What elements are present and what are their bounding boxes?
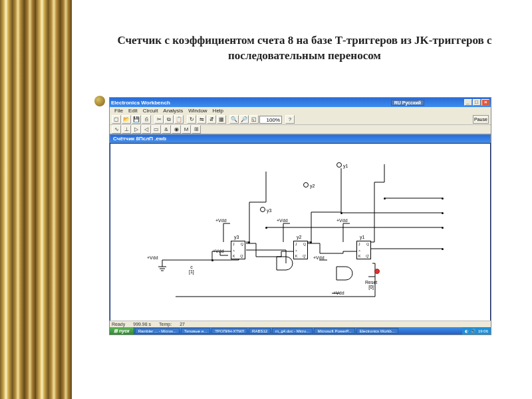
pause-button[interactable]: Pause	[473, 115, 489, 124]
menu-help[interactable]: Help	[211, 108, 225, 114]
bullet-icon	[94, 96, 105, 106]
minimize-button[interactable]: _	[464, 99, 472, 106]
status-temp: 27	[180, 322, 185, 327]
statusbar: Ready 999.98 s Temp: 27	[110, 321, 491, 327]
comp-diode-icon[interactable]: ▷	[132, 125, 141, 134]
toolbar-main: ▢ 📂 💾 ⎙ ✂ ⧉ 📋 ↻ ⇋ ⇵ ▦ 🔍 🔎 ◱ 100% ?	[110, 114, 491, 125]
zoom-out-icon[interactable]: 🔎	[239, 115, 249, 124]
zoom-field[interactable]: 100%	[259, 116, 282, 124]
new-icon[interactable]: ▢	[112, 115, 121, 124]
subcircuit-icon[interactable]: ▦	[217, 115, 226, 124]
comp-indicator-icon[interactable]: ◉	[172, 125, 181, 134]
maximize-button[interactable]: □	[473, 99, 481, 106]
y2-label: y2	[310, 184, 315, 188]
vdd-label-2: +Vdd	[277, 218, 288, 223]
y3-block-label: y3	[234, 235, 239, 239]
flip-v-icon[interactable]: ⇵	[207, 115, 216, 124]
paste-icon[interactable]: 📋	[174, 115, 184, 124]
menubar: File Edit Circuit Analysis Window Help	[110, 107, 491, 114]
jk-flipflop-2[interactable]: J Q > K Q'	[293, 241, 308, 259]
menu-edit[interactable]: Edit	[126, 108, 140, 114]
windows-logo-icon: ⊞	[114, 329, 118, 334]
status-ready: Ready	[112, 322, 125, 327]
clock: 19:06	[478, 329, 488, 333]
electronics-workbench-window: Electronics Workbench RU Русский _ □ × F…	[109, 97, 491, 335]
jk-flipflop-1[interactable]: J Q > K Q'	[356, 241, 371, 259]
comp-instrument-icon[interactable]: M	[182, 125, 191, 134]
comp-sources-icon[interactable]: ∿	[112, 125, 121, 134]
window-title: Electronics Workbench	[111, 100, 170, 106]
taskbar: ⊞ пуск Rambler ... - Micros... Типовые и…	[110, 327, 491, 334]
rotate-icon[interactable]: ↻	[187, 115, 196, 124]
gold-border	[0, 0, 72, 399]
status-temp-label: Temp:	[159, 322, 172, 327]
start-button[interactable]: ⊞ пуск	[110, 327, 134, 334]
taskbar-item[interactable]: RABS12	[249, 328, 271, 334]
taskbar-item[interactable]: Electronics Workb...	[356, 328, 398, 334]
language-indicator[interactable]: RU Русский	[391, 100, 424, 106]
jk-flipflop-3[interactable]: J Q > K Q'	[231, 241, 245, 259]
vdd-label-5: +Vdd	[313, 255, 325, 260]
copy-icon[interactable]: ⧉	[164, 115, 174, 124]
vdd-label-4: +Vdd	[213, 249, 224, 253]
probe-y3[interactable]	[260, 207, 265, 212]
document-titlebar[interactable]: Cчётчик 8ПслП .ewb	[110, 134, 491, 143]
vdd-label-6: +Vdd	[333, 291, 344, 295]
comp-basic-icon[interactable]: ⊥	[122, 125, 131, 134]
clock-label: c [1]	[189, 265, 194, 274]
titlebar[interactable]: Electronics Workbench RU Русский _ □ ×	[110, 98, 491, 107]
menu-analysis[interactable]: Analysis	[161, 108, 185, 114]
reset-label: Reset [0]	[365, 280, 377, 289]
comp-ic-icon[interactable]: ▭	[152, 125, 161, 134]
menu-circuit[interactable]: Circuit	[141, 108, 160, 114]
open-icon[interactable]: 📂	[122, 115, 131, 124]
close-button[interactable]: ×	[481, 99, 489, 106]
menu-file[interactable]: File	[112, 108, 125, 114]
comp-gates-icon[interactable]: &	[162, 125, 171, 134]
tray-icon[interactable]: ◐	[465, 329, 468, 333]
zoom-in-icon[interactable]: 🔍	[229, 115, 239, 124]
comp-transistor-icon[interactable]: ◁	[142, 125, 151, 134]
help-icon[interactable]: ?	[285, 115, 295, 124]
taskbar-item[interactable]: TPOПИН-ХТМЛ	[211, 328, 247, 334]
schematic-canvas[interactable]: J Q > K Q' J Q > K Q' J Q > K Q'	[110, 143, 491, 328]
probe-y1[interactable]	[336, 162, 342, 168]
y3-label: y3	[267, 208, 271, 213]
system-tray[interactable]: ◐ 🔊 19:06	[462, 327, 491, 334]
y1-block-label: y1	[360, 235, 364, 239]
probe-y2[interactable]	[303, 182, 309, 188]
vdd-label-1: +Vdd	[215, 218, 227, 223]
vdd-label: +Vdd	[147, 255, 158, 260]
taskbar-item[interactable]: Microsoft PowerP...	[314, 328, 354, 334]
y1-label: y1	[343, 164, 348, 168]
fit-icon[interactable]: ◱	[249, 115, 259, 124]
taskbar-item[interactable]: Типовые и...	[181, 328, 210, 334]
cut-icon[interactable]: ✂	[154, 115, 164, 124]
vdd-label-3: +Vdd	[336, 218, 348, 223]
slide-title: Счетчик с коэффициентом счета 8 на базе …	[98, 33, 511, 64]
save-icon[interactable]: 💾	[132, 115, 141, 124]
print-icon[interactable]: ⎙	[142, 115, 151, 124]
y2-block-label: y2	[297, 235, 301, 239]
comp-misc-icon[interactable]: ⊞	[192, 125, 201, 134]
tray-icon[interactable]: 🔊	[471, 329, 475, 333]
menu-window[interactable]: Window	[186, 108, 209, 114]
taskbar-item[interactable]: Rambler ... - Micros...	[135, 328, 180, 334]
probe-reset[interactable]	[374, 269, 380, 274]
status-time: 999.98 s	[133, 322, 151, 327]
toolbar-components: ∿ ⊥ ▷ ◁ ▭ & ◉ M ⊞	[110, 125, 491, 134]
flip-h-icon[interactable]: ⇋	[197, 115, 206, 124]
taskbar-item[interactable]: m_g4.doc - Micro...	[272, 328, 313, 334]
